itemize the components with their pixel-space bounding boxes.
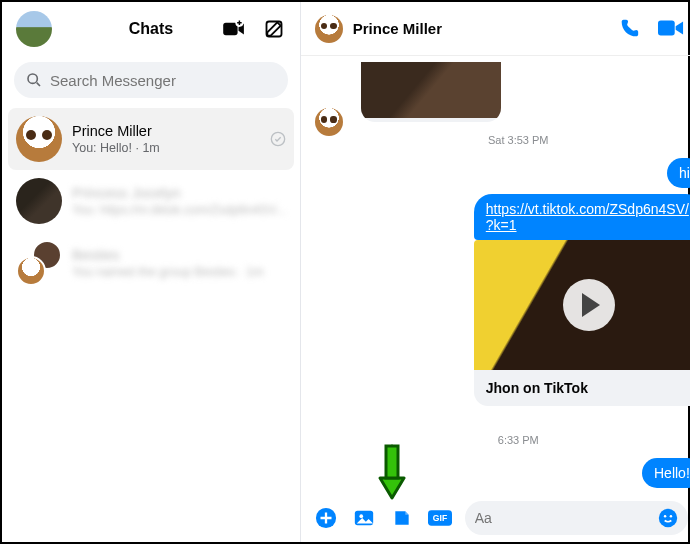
message-row: hi (315, 158, 690, 188)
message-bubble[interactable]: Hello! (642, 458, 690, 488)
add-sticker-button[interactable] (389, 505, 415, 531)
search-bar[interactable] (14, 62, 288, 98)
search-icon (26, 72, 42, 88)
chat-title: Prince Miller (353, 20, 442, 37)
gif-icon: GIF (428, 509, 452, 527)
message-list[interactable]: Sat 3:53 PM hi https://vt.tiktok.com/ZSd… (301, 56, 690, 494)
message-bubble[interactable]: hi (667, 158, 690, 188)
timestamp: Sat 3:53 PM (315, 134, 690, 146)
message-link[interactable]: https://vt.tiktok.com/ZSdp6n4SV/?k=1 (486, 201, 689, 233)
chat-list-pane: Chats Prince Miller You: Hello! (2, 2, 301, 542)
chat-list-header: Chats (2, 2, 300, 56)
svg-point-3 (28, 74, 37, 83)
svg-point-4 (271, 132, 284, 145)
svg-rect-0 (223, 23, 237, 36)
chat-header: Prince Miller (301, 2, 690, 56)
message-input-wrap[interactable] (465, 501, 688, 535)
my-avatar[interactable] (16, 11, 52, 47)
conv-name: Princess Jocelyn (72, 185, 286, 201)
svg-text:GIF: GIF (433, 513, 447, 523)
link-preview-card[interactable]: Jhon on TikTok (474, 240, 690, 406)
svg-point-19 (664, 515, 667, 518)
conv-preview: You: Hello! · 1m (72, 141, 260, 155)
conversation-item[interactable]: Princess Jocelyn You: https://m.tiktok.c… (8, 170, 294, 232)
compose-icon (264, 19, 284, 39)
search-input[interactable] (50, 72, 276, 89)
svg-point-18 (659, 509, 677, 527)
conv-preview: You named the group Besties · 1m (72, 265, 286, 279)
video-icon[interactable] (658, 18, 684, 38)
message-link-bubble[interactable]: https://vt.tiktok.com/ZSdp6n4SV/?k=1 (474, 194, 690, 240)
conversation-item[interactable]: Prince Miller You: Hello! · 1m (8, 108, 294, 170)
group-avatar (16, 240, 62, 286)
add-gif-button[interactable]: GIF (427, 505, 453, 531)
messenger-app: Chats Prince Miller You: Hello! (0, 0, 690, 544)
new-video-call-button[interactable] (222, 17, 246, 41)
message-row: https://vt.tiktok.com/ZSdp6n4SV/?k=1 Jho… (315, 194, 690, 406)
conversation-item[interactable]: Besties You named the group Besties · 1m (8, 232, 294, 294)
chat-avatar[interactable] (315, 15, 343, 43)
play-icon (563, 279, 615, 331)
preview-thumbnail (474, 240, 690, 370)
svg-point-20 (669, 515, 672, 518)
plus-circle-icon (315, 507, 337, 529)
svg-rect-5 (658, 20, 675, 35)
message-input[interactable] (475, 510, 650, 526)
composer: GIF (301, 494, 690, 542)
compose-button[interactable] (262, 17, 286, 41)
delivered-check-icon (270, 131, 286, 147)
conv-avatar (16, 178, 62, 224)
svg-point-15 (359, 514, 363, 518)
sender-avatar (315, 108, 343, 136)
emoji-icon[interactable] (658, 508, 678, 528)
message-row: Hello! (315, 458, 690, 488)
conv-name: Besties (72, 247, 286, 263)
new-video-icon (223, 20, 245, 38)
timestamp: 6:33 PM (315, 434, 690, 446)
previous-link-preview[interactable] (361, 62, 501, 122)
sticker-icon (392, 508, 412, 528)
add-photo-button[interactable] (351, 505, 377, 531)
open-more-button[interactable] (313, 505, 339, 531)
photo-icon (353, 507, 375, 529)
phone-icon[interactable] (618, 18, 640, 40)
chat-pane: Prince Miller Sat 3:53 PM hi https://vt.… (301, 2, 690, 542)
preview-title: Jhon on TikTok (474, 370, 690, 406)
conversation-list: Prince Miller You: Hello! · 1m Princess … (2, 108, 300, 542)
conv-preview: You: https://m.tiktok.com/Zsdp6n4SV... (72, 203, 286, 217)
conv-name: Prince Miller (72, 123, 260, 139)
conv-avatar (16, 116, 62, 162)
